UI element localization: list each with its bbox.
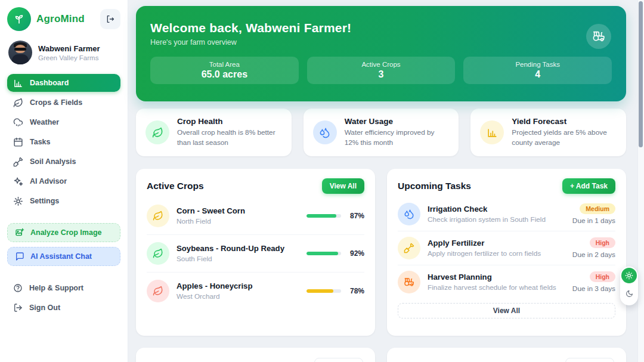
active-crops-panel: Active Crops View All Corn - Sweet Corn … [136,169,375,336]
stat-pending-tasks: Pending Tasks 4 [463,57,612,84]
crop-row[interactable]: Corn - Sweet Corn North Field 87% [147,197,364,235]
sign-out-icon [13,303,23,313]
crop-row[interactable]: Apples - Honeycrisp West Orchard 78% [147,273,364,310]
sign-out-item[interactable]: Sign Out [7,299,120,317]
sparkles-icon [13,177,23,187]
dashboard-panels: Active Crops View All Corn - Sweet Corn … [136,169,626,336]
welcome-title: Welcome back, Wabweni Farmer! [150,21,612,35]
due-text: Due in 2 days [572,250,615,259]
bottom-card-right [387,348,626,362]
tractor-icon [398,271,420,293]
calendar-icon [13,137,23,147]
stat-value: 65.0 acres [202,69,247,80]
tasks-view-all-button[interactable]: View All [398,303,615,318]
progress-bar [306,214,341,218]
light-mode-button[interactable] [621,268,637,283]
card-action-pill[interactable] [565,358,614,362]
add-task-button[interactable]: + Add Task [562,178,615,194]
due-text: Due in 3 days [572,284,615,293]
task-title: Harvest Planning [428,273,565,281]
sidebar-item-label: Crops & Fields [30,98,82,107]
yield-forecast-card: Yield Forecast Projected yields are 5% a… [470,109,626,156]
theme-switcher [620,267,638,305]
progress-value: 92% [346,249,364,258]
leaf-icon [147,242,169,265]
leaf-icon [147,205,169,227]
stat-active-crops: Active Crops 3 [307,57,456,84]
priority-badge: High [590,271,615,282]
crops-view-all-button[interactable]: View All [322,178,364,194]
user-profile[interactable]: Wabweni Farmer Green Valley Farms [7,41,120,64]
priority-badge: Medium [580,203,615,214]
sidebar-collapse-button[interactable] [100,9,120,29]
sidebar-item-tasks[interactable]: Tasks [7,133,120,151]
task-row[interactable]: Harvest Planning Finalize harvest schedu… [398,265,615,299]
stat-value: 3 [379,69,384,80]
insight-desc: Water efficiency improved by 12% this mo… [345,128,450,148]
dark-mode-button[interactable] [621,284,637,302]
sidebar-nav: Dashboard Crops & Fields Weather Tasks S… [7,74,120,210]
upcoming-tasks-panel: Upcoming Tasks + Add Task Irrigation Che… [387,169,626,336]
progress-bar [306,252,341,255]
shovel-icon [398,237,420,259]
water-usage-card: Water Usage Water efficiency improved by… [304,109,459,156]
task-row[interactable]: Apply Fertilizer Apply nitrogen fertiliz… [398,231,615,265]
cloud-rain-icon [13,117,23,128]
stat-label: Pending Tasks [515,61,560,68]
crop-field: West Orchard [177,292,299,301]
gear-icon [13,196,23,206]
sidebar-item-weather[interactable]: Weather [7,113,120,131]
stat-label: Total Area [209,61,240,68]
insight-title: Crop Health [177,117,282,126]
sidebar-item-label: Settings [30,197,59,205]
tractor-icon [592,30,605,43]
sidebar-item-ai-advisor[interactable]: AI Advisor [7,172,120,190]
crop-name: Soybeans - Round-Up Ready [177,244,299,253]
footer-item-label: Sign Out [29,304,60,312]
user-name: Wabweni Farmer [38,44,100,53]
stat-total-area: Total Area 65.0 acres [150,57,299,84]
due-text: Due in 1 days [572,216,615,225]
scrollbar-thumb[interactable] [639,1,643,147]
welcome-subtitle: Here's your farm overview [150,38,612,47]
collapse-icon [106,14,115,24]
ai-assistant-chat-button[interactable]: AI Assistant Chat [7,247,120,266]
insight-title: Yield Forecast [512,117,617,126]
task-row[interactable]: Irrigation Check Check irrigation system… [398,197,615,231]
sidebar-item-crops-fields[interactable]: Crops & Fields [7,94,120,112]
task-desc: Finalize harvest schedule for wheat fiel… [428,283,565,292]
droplets-icon [313,120,337,144]
page-scrollbar[interactable] [637,0,644,362]
sidebar-item-settings[interactable]: Settings [7,192,120,210]
crop-name: Corn - Sweet Corn [177,206,299,215]
bottom-card-left [136,348,375,362]
app-logo [7,7,31,31]
analyze-crop-image-button[interactable]: Analyze Crop Image [7,223,120,242]
crop-row[interactable]: Soybeans - Round-Up Ready South Field 92… [147,235,364,273]
progress-value: 87% [346,212,364,220]
help-icon [13,283,23,293]
chat-icon [15,252,24,261]
sidebar-footer: Help & Support Sign Out [7,279,120,317]
active-crops-title: Active Crops [147,181,204,191]
app-title: AgroMind [36,13,95,25]
insight-title: Water Usage [345,117,450,126]
sidebar-item-soil-analysis[interactable]: Soil Analysis [7,153,120,171]
card-action-pill[interactable] [314,358,363,362]
task-title: Apply Fertilizer [428,239,565,247]
sun-icon [625,271,633,280]
task-desc: Check irrigation system in South Field [428,215,565,224]
insight-desc: Projected yields are 5% above county ave… [512,128,617,148]
sidebar-item-dashboard[interactable]: Dashboard [7,74,120,92]
crop-health-card: Crop Health Overall crop health is 8% be… [136,109,292,156]
task-desc: Apply nitrogen fertilizer to corn fields [428,249,565,258]
help-support-item[interactable]: Help & Support [7,279,120,297]
sidebar-item-label: Tasks [30,138,51,146]
leaf-icon [13,98,23,108]
banner-stats: Total Area 65.0 acres Active Crops 3 Pen… [150,57,612,84]
sidebar: AgroMind Wabweni Farmer Green Valley Far… [0,0,128,362]
main-content: Welcome back, Wabweni Farmer! Here's you… [128,0,635,362]
moon-icon [626,290,633,298]
sidebar-item-label: Soil Analysis [30,157,76,166]
leaf-icon [145,120,169,144]
